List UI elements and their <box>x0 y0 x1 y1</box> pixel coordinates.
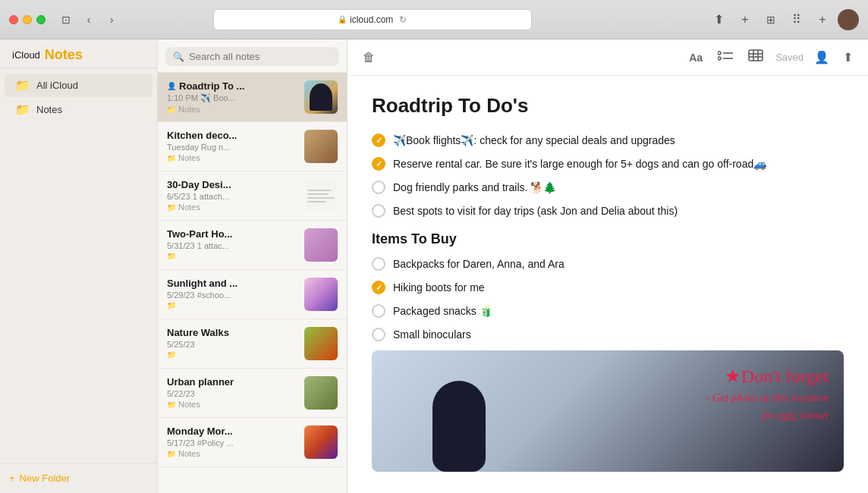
note-thumbnail-sunlight <box>304 278 338 311</box>
note-title: Nature Walks <box>167 327 229 338</box>
checkbox-buy-2[interactable] <box>372 304 385 318</box>
checkbox-buy-1[interactable] <box>372 281 385 294</box>
sidebar-toggle-button[interactable]: ⊡ <box>56 11 76 28</box>
note-thumbnail-kitchen <box>304 130 338 163</box>
svg-rect-0 <box>718 52 721 55</box>
new-folder-button[interactable]: + New Folder <box>9 469 70 487</box>
note-item-sunlight[interactable]: Sunlight and ... 5/29/23 #schoo... 📁 <box>158 270 347 319</box>
checkbox-buy-0[interactable] <box>372 257 385 271</box>
checklist-text-buy-3: Small binoculars <box>393 327 471 343</box>
checklist-text-1: Reserve rental car. Be sure it's large e… <box>393 156 766 172</box>
note-title: Urban planner <box>167 376 234 388</box>
note-folder-label: Notes <box>178 105 200 114</box>
note-meta: 6/5/23 1 attach... <box>167 192 298 201</box>
notes-search-area: 🔍 <box>158 39 347 73</box>
apps-grid-button[interactable]: ⠿ <box>786 10 807 30</box>
search-icon: 🔍 <box>173 52 184 62</box>
sidebar-navigation: 📁 All iCloud 📁 Notes <box>0 68 157 127</box>
note-folder-icon: 📁 <box>167 154 176 162</box>
sidebar-item-all-icloud[interactable]: 📁 All iCloud <box>5 74 153 97</box>
note-title: Roadtrip To ... <box>179 80 244 92</box>
note-thumbnail-twopart <box>304 228 338 262</box>
checklist-text-buy-0: Backpacks for Daren, Anna, and Ara <box>393 256 565 272</box>
icloud-logo: iCloud <box>9 49 40 61</box>
sidebar-header: iCloud Notes <box>0 39 157 68</box>
maximize-button[interactable] <box>36 15 46 24</box>
note-folder-label: Notes <box>178 400 200 409</box>
note-item-30day[interactable]: 30-Day Desi... 6/5/23 1 attach... 📁 Note… <box>158 171 347 221</box>
note-item-twopart[interactable]: Two-Part Ho... 5/31/23 1 attac... 📁 <box>158 221 347 270</box>
search-input[interactable] <box>189 51 332 62</box>
address-bar[interactable]: 🔒 icloud.com ↻ <box>213 9 532 30</box>
checkbox-2[interactable] <box>372 181 385 194</box>
sidebar: iCloud Notes 📁 All iCloud 📁 Notes + New … <box>0 39 158 493</box>
note-content: Nature Walks 5/25/23 📁 <box>167 327 298 359</box>
note-content: 👤 Roadtrip To ... 1:10 PM ✈️ Boo... 📁 No… <box>167 80 298 114</box>
sidebar-bottom: + New Folder <box>0 463 157 493</box>
note-editor: 🗑 Aa <box>348 39 868 493</box>
reload-icon[interactable]: ↻ <box>399 14 407 25</box>
notes-list: 🔍 👤 Roadtrip To ... 1:10 PM ✈️ Boo... 📁 … <box>158 39 348 493</box>
note-shared-icon: 👤 <box>167 82 176 90</box>
svg-rect-4 <box>749 50 763 61</box>
editor-toolbar: 🗑 Aa <box>348 39 868 76</box>
browser-right-controls: ⬆ + ⊞ ⠿ + <box>709 9 859 30</box>
checkbox-3[interactable] <box>372 204 385 218</box>
note-title: Monday Mor... <box>167 425 233 437</box>
app-container: iCloud Notes 📁 All iCloud 📁 Notes + New … <box>0 39 868 493</box>
checkbox-0[interactable] <box>372 133 385 147</box>
delete-note-button[interactable]: 🗑 <box>360 48 378 68</box>
note-folder-icon: 📁 <box>167 252 176 260</box>
note-thumbnail-roadtrip <box>304 80 338 114</box>
note-folder-icon: 📁 <box>167 350 176 359</box>
note-item-monday[interactable]: Monday Mor... 5/17/23 #Policy ... 📁 Note… <box>158 418 347 467</box>
share-browser-button[interactable]: ⬆ <box>709 10 730 30</box>
note-thumbnail-nature <box>304 327 338 360</box>
checklist-text-3: Best spots to visit for day trips (ask J… <box>393 203 678 219</box>
text-format-button[interactable]: Aa <box>686 49 706 67</box>
image-overlay-text: ★Don't forget - Get photo at this locati… <box>706 366 829 422</box>
checkbox-buy-3[interactable] <box>372 328 385 341</box>
checklist-text-buy-2: Packaged snacks 🧃 <box>393 303 492 319</box>
icloud-add-button[interactable]: + <box>812 10 833 30</box>
add-tab-button[interactable]: + <box>734 10 756 30</box>
back-button[interactable]: ‹ <box>79 11 99 28</box>
search-input-wrap[interactable]: 🔍 <box>165 47 339 66</box>
browser-chrome: ⊡ ‹ › 🔒 icloud.com ↻ ⬆ + ⊞ ⠿ + <box>0 0 868 39</box>
note-content: Monday Mor... 5/17/23 #Policy ... 📁 Note… <box>167 425 298 458</box>
note-folder-icon: 📁 <box>167 105 176 114</box>
note-item-kitchen[interactable]: Kitchen deco... Tuesday Rug n... 📁 Notes <box>158 122 347 171</box>
sidebar-item-notes[interactable]: 📁 Notes <box>5 98 153 121</box>
note-item-urban[interactable]: Urban planner 5/22/23 📁 Notes <box>158 369 347 418</box>
note-thumbnail-monday <box>304 425 338 459</box>
minimize-button[interactable] <box>23 15 32 24</box>
note-meta: Tuesday Rug n... <box>167 143 298 152</box>
checklist-item-3: Best spots to visit for day trips (ask J… <box>372 203 844 219</box>
note-content: Two-Part Ho... 5/31/23 1 attac... 📁 <box>167 228 298 260</box>
tabs-overview-button[interactable]: ⊞ <box>760 10 782 30</box>
folder-icon: 📁 <box>15 102 30 117</box>
browser-navigation: ⊡ ‹ › <box>56 11 121 28</box>
sidebar-item-notes-label: Notes <box>36 104 62 115</box>
svg-rect-1 <box>718 57 721 60</box>
note-content: Kitchen deco... Tuesday Rug n... 📁 Notes <box>167 130 298 162</box>
checklist-format-button[interactable] <box>715 47 736 68</box>
note-image-preview: ★Don't forget - Get photo at this locati… <box>372 350 844 472</box>
checklist-item-buy-3: Small binoculars <box>372 327 844 343</box>
forward-button[interactable]: › <box>102 11 121 28</box>
note-folder-icon: 📁 <box>167 203 176 212</box>
note-folder-label: Notes <box>178 203 200 212</box>
collaborator-button[interactable]: 👤 <box>811 47 832 68</box>
close-button[interactable] <box>9 15 18 24</box>
checkbox-1[interactable] <box>372 157 385 171</box>
folder-icon: 📁 <box>15 78 30 93</box>
note-item-nature[interactable]: Nature Walks 5/25/23 📁 <box>158 319 347 369</box>
note-meta: 5/17/23 #Policy ... <box>167 438 298 447</box>
export-note-button[interactable]: ⬆ <box>840 47 856 68</box>
note-folder-label: Notes <box>178 153 200 162</box>
user-avatar[interactable] <box>838 9 859 30</box>
table-button[interactable] <box>745 46 766 68</box>
note-item-roadtrip[interactable]: 👤 Roadtrip To ... 1:10 PM ✈️ Boo... 📁 No… <box>158 73 347 122</box>
checklist-item-0: ✈️Book flights✈️: check for any special … <box>372 133 844 149</box>
note-title: Sunlight and ... <box>167 278 237 289</box>
